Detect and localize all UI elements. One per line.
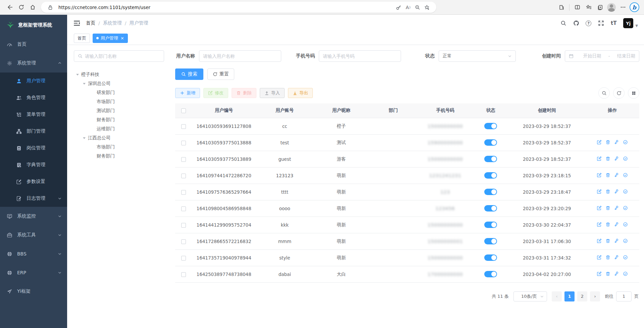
page-size-select[interactable]: 10条/页 bbox=[513, 291, 547, 301]
tree-node[interactable]: 测试部门 bbox=[74, 106, 165, 115]
tag-user-management[interactable]: 用户管理 × bbox=[93, 34, 128, 43]
reset-password-icon[interactable] bbox=[614, 222, 619, 227]
tree-node[interactable]: 市场部门 bbox=[74, 142, 165, 151]
search-icon[interactable] bbox=[560, 20, 566, 27]
assign-role-icon[interactable] bbox=[623, 156, 628, 161]
reset-password-icon[interactable] bbox=[614, 140, 619, 145]
goto-page-input[interactable] bbox=[616, 291, 632, 301]
reset-password-icon[interactable] bbox=[614, 156, 619, 161]
delete-user-icon[interactable] bbox=[605, 271, 610, 276]
read-aloud-icon[interactable]: A) bbox=[403, 3, 413, 12]
refresh-table-button[interactable] bbox=[613, 87, 625, 99]
row-checkbox[interactable] bbox=[181, 157, 186, 162]
sidebar-item-bbs[interactable]: BBS bbox=[0, 244, 67, 263]
address-bar[interactable]: https://ccnetcore.com:1101/system/user A… bbox=[41, 2, 436, 13]
refresh-icon[interactable] bbox=[15, 2, 27, 13]
next-page-button[interactable]: › bbox=[590, 291, 600, 301]
delete-user-icon[interactable] bbox=[605, 140, 610, 145]
row-checkbox[interactable] bbox=[181, 174, 186, 178]
page-button-1[interactable]: 1 bbox=[564, 291, 575, 301]
status-toggle[interactable] bbox=[484, 205, 497, 212]
select-all-checkbox[interactable] bbox=[181, 108, 186, 113]
status-toggle[interactable] bbox=[484, 172, 497, 179]
caret-down-icon[interactable] bbox=[83, 82, 88, 85]
column-settings-button[interactable] bbox=[628, 87, 639, 99]
delete-user-icon[interactable] bbox=[605, 222, 610, 227]
assign-role-icon[interactable] bbox=[623, 238, 628, 243]
date-end-placeholder[interactable]: 结束日期 bbox=[617, 53, 635, 59]
tag-home[interactable]: 首页 bbox=[74, 34, 90, 43]
help-icon[interactable]: ? bbox=[586, 20, 591, 26]
back-icon[interactable] bbox=[4, 2, 15, 13]
sidebar-item-menus[interactable]: 菜单管理 bbox=[0, 106, 67, 123]
sidebar-item-roles[interactable]: 角色管理 bbox=[0, 89, 67, 106]
assign-role-icon[interactable] bbox=[623, 255, 628, 260]
settings-more-icon[interactable] bbox=[617, 2, 629, 13]
row-checkbox[interactable] bbox=[181, 124, 186, 129]
row-checkbox[interactable] bbox=[181, 239, 186, 244]
row-checkbox[interactable] bbox=[181, 256, 186, 261]
row-checkbox[interactable] bbox=[181, 223, 186, 228]
status-toggle[interactable] bbox=[484, 189, 497, 195]
tree-node[interactable]: 运维部门 bbox=[74, 124, 165, 133]
edit-user-icon[interactable] bbox=[597, 238, 602, 243]
home-icon[interactable] bbox=[27, 2, 38, 13]
password-key-icon[interactable] bbox=[394, 3, 403, 12]
split-screen-icon[interactable] bbox=[572, 2, 583, 13]
username-input[interactable] bbox=[203, 53, 277, 59]
status-toggle[interactable] bbox=[484, 123, 497, 129]
fullscreen-icon[interactable] bbox=[598, 20, 604, 27]
row-checkbox[interactable] bbox=[181, 272, 186, 277]
row-checkbox[interactable] bbox=[181, 190, 186, 195]
github-icon[interactable] bbox=[573, 20, 579, 27]
edit-user-icon[interactable] bbox=[597, 189, 602, 194]
browser-profile-avatar[interactable] bbox=[606, 2, 617, 13]
phone-input[interactable] bbox=[323, 53, 397, 59]
dept-search-box[interactable] bbox=[74, 50, 164, 62]
export-button[interactable]: 导出 bbox=[288, 88, 313, 98]
sidebar-item-departments[interactable]: 部门管理 bbox=[0, 123, 67, 140]
tree-node[interactable]: 深圳总公司 bbox=[74, 79, 165, 88]
copilot-bing-icon[interactable]: b bbox=[629, 2, 640, 13]
assign-role-icon[interactable] bbox=[623, 173, 628, 178]
reset-password-icon[interactable] bbox=[614, 173, 619, 178]
reset-password-icon[interactable] bbox=[614, 255, 619, 260]
delete-button[interactable]: 删除 bbox=[232, 88, 256, 98]
row-checkbox[interactable] bbox=[181, 141, 186, 145]
phone-field[interactable] bbox=[319, 50, 401, 62]
tree-node[interactable]: 江西总公司 bbox=[74, 133, 165, 142]
tree-node[interactable]: 市场部门 bbox=[74, 97, 165, 106]
reset-password-icon[interactable] bbox=[614, 271, 619, 276]
tree-node[interactable]: 橙子科技 bbox=[74, 70, 165, 79]
breadcrumb-section[interactable]: 系统管理 bbox=[103, 20, 122, 26]
assign-role-icon[interactable] bbox=[623, 205, 628, 210]
edit-user-icon[interactable] bbox=[597, 222, 602, 227]
prev-page-button[interactable]: ‹ bbox=[552, 291, 562, 301]
reset-password-icon[interactable] bbox=[614, 205, 619, 210]
favorites-bar-icon[interactable] bbox=[583, 2, 594, 13]
status-toggle[interactable] bbox=[484, 156, 497, 162]
sidebar-item-parameters[interactable]: 参数设置 bbox=[0, 173, 67, 190]
extensions-icon[interactable] bbox=[556, 2, 567, 13]
status-toggle[interactable] bbox=[484, 254, 497, 261]
assign-role-icon[interactable] bbox=[623, 271, 628, 276]
tree-node[interactable]: 财务部门 bbox=[74, 115, 165, 124]
caret-down-icon[interactable] bbox=[83, 136, 88, 140]
username-field[interactable] bbox=[199, 50, 281, 62]
delete-user-icon[interactable] bbox=[605, 205, 610, 210]
import-button[interactable]: 导入 bbox=[260, 88, 285, 98]
delete-user-icon[interactable] bbox=[605, 255, 610, 260]
close-icon[interactable]: × bbox=[120, 36, 124, 41]
edit-user-icon[interactable] bbox=[597, 173, 602, 178]
favorite-star-icon[interactable] bbox=[422, 3, 432, 12]
delete-user-icon[interactable] bbox=[605, 238, 610, 243]
edit-user-icon[interactable] bbox=[597, 156, 602, 161]
row-checkbox[interactable] bbox=[181, 206, 186, 211]
date-range-picker[interactable]: 开始日期 - 结束日期 bbox=[565, 50, 639, 62]
toggle-search-button[interactable] bbox=[598, 87, 610, 99]
edit-user-icon[interactable] bbox=[597, 205, 602, 210]
search-button[interactable]: 搜索 bbox=[175, 68, 203, 80]
sidebar-item-tools[interactable]: 系统工具 bbox=[0, 226, 67, 244]
status-toggle[interactable] bbox=[484, 222, 497, 228]
font-size-icon[interactable]: tT bbox=[610, 20, 617, 27]
